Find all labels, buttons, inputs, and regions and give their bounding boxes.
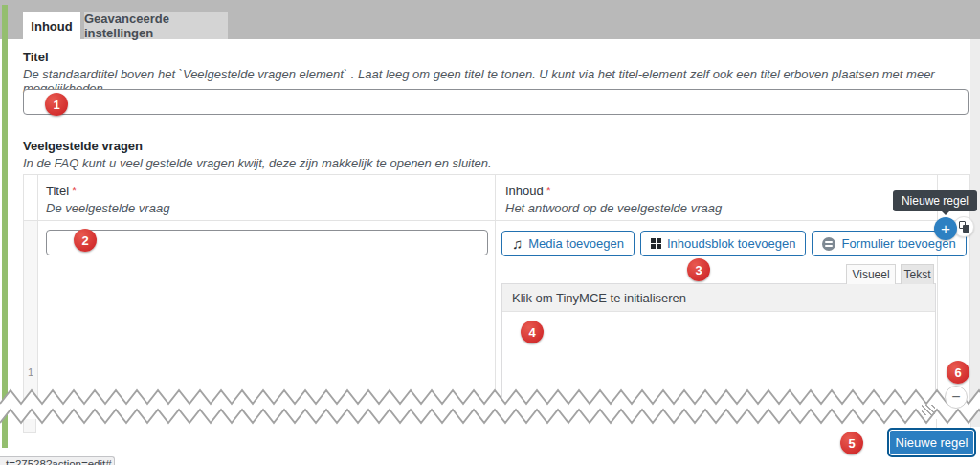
tooltip-arrow — [941, 210, 950, 220]
tab-inhoud[interactable]: Inhoud — [23, 12, 80, 39]
browser-status-bar: t=27528?action=edit# — [0, 456, 115, 465]
new-row-tooltip: Nieuwe regel — [893, 190, 977, 211]
row-number: 1 — [24, 366, 37, 378]
faq-field-description: In de FAQ kunt u veel gestelde vragen kw… — [23, 156, 492, 170]
add-content-block-button[interactable]: Inhoudsblok toevoegen — [640, 231, 806, 256]
faq-field-label: Veelgestelde vragen — [23, 139, 143, 153]
editor-resize-handle[interactable] — [922, 405, 935, 415]
annotation-badge-1: 1 — [45, 93, 68, 116]
title-field-label: Titel — [23, 50, 49, 64]
acf-green-strip — [2, 5, 8, 448]
tab-tekst[interactable]: Tekst — [901, 264, 934, 284]
button-label: Media toevoegen — [528, 236, 624, 251]
new-row-button[interactable]: Nieuwe regel — [887, 428, 976, 457]
table-divider — [37, 175, 38, 405]
button-label: Inhoudsblok toevoegen — [667, 236, 795, 251]
form-icon — [822, 237, 835, 251]
tab-visueel[interactable]: Visueel — [846, 264, 896, 284]
faq-row-title-input[interactable] — [46, 230, 488, 255]
annotation-badge-5: 5 — [840, 432, 863, 454]
required-asterisk: * — [72, 184, 77, 198]
table-header-divider — [24, 220, 969, 221]
blocks-icon — [651, 238, 661, 249]
annotation-badge-4: 4 — [521, 321, 544, 343]
tinymce-init-placeholder[interactable]: Klik om TinyMCE te initialiseren — [502, 284, 935, 312]
column-description-titel: De veelgestelde vraag — [46, 201, 169, 215]
media-icon: ♫ — [512, 236, 523, 251]
column-label: Inhoud — [505, 184, 544, 198]
column-header-titel: Titel* — [46, 184, 77, 198]
annotation-badge-6: 6 — [947, 361, 969, 384]
table-remnant-left — [23, 419, 36, 433]
duplicate-icon — [959, 221, 969, 232]
column-header-inhoud: Inhoud* — [505, 184, 551, 198]
title-input[interactable] — [23, 89, 969, 115]
add-media-button[interactable]: ♫ Media toevoegen — [501, 231, 635, 256]
column-label: Titel — [46, 184, 69, 198]
add-row-button[interactable]: + — [934, 217, 957, 240]
acf-faq-edit-screen: Inhoud Geavanceerde instellingen Titel D… — [0, 0, 980, 465]
tinymce-editor[interactable]: Klik om TinyMCE te initialiseren — [501, 283, 936, 406]
tab-geavanceerde-instellingen[interactable]: Geavanceerde instellingen — [84, 12, 228, 39]
annotation-badge-3: 3 — [687, 258, 710, 281]
remove-row-button[interactable]: − — [945, 386, 968, 409]
table-divider — [495, 175, 496, 405]
annotation-badge-2: 2 — [74, 229, 97, 252]
column-description-inhoud: Het antwoord op de veelgestelde vraag — [505, 201, 722, 215]
required-asterisk: * — [546, 184, 551, 198]
editor-media-buttons: ♫ Media toevoegen Inhoudsblok toevoegen … — [501, 231, 967, 256]
